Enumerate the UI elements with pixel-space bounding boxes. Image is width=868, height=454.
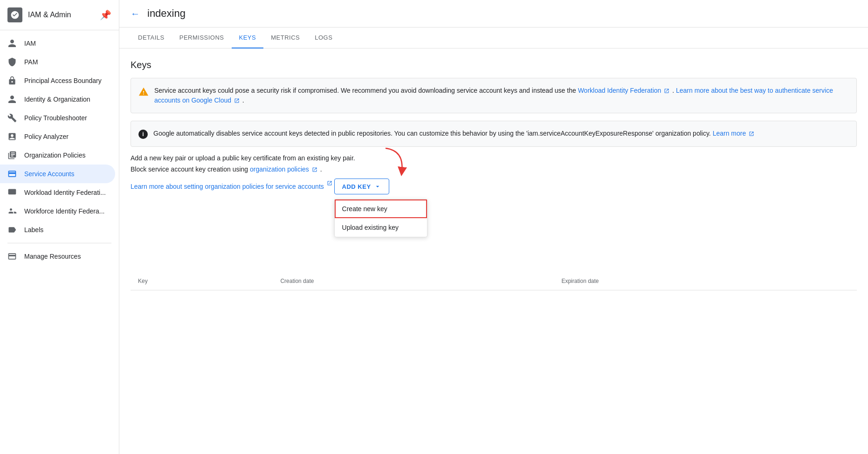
red-arrow-svg [376, 146, 413, 179]
info-icon: i [138, 130, 148, 139]
org-policies-icon [7, 151, 17, 160]
learn-more-link-info[interactable]: Learn more [713, 130, 746, 137]
block-text: Block service account key creation using… [131, 165, 857, 173]
external-link-icon3 [749, 131, 754, 137]
workforce-identity-icon [7, 206, 17, 216]
identity-org-icon [7, 95, 17, 104]
policy-troubleshooter-icon [7, 113, 17, 123]
dropdown-chevron-icon [374, 183, 381, 190]
sidebar-item-pam[interactable]: PAM [0, 53, 115, 71]
sidebar-item-labels[interactable]: Labels [0, 220, 115, 239]
back-button[interactable]: ← [131, 8, 140, 19]
add-key-container: ADD KEY Create new key Upload existing k… [334, 179, 389, 194]
tab-logs[interactable]: LOGS [307, 28, 340, 48]
warning-alert: Service account keys could pose a securi… [131, 78, 857, 113]
sidebar-item-identity-org-label: Identity & Organization [24, 96, 90, 103]
page-title: indexing [147, 7, 186, 20]
sidebar-item-workload-identity[interactable]: Workload Identity Federati... [0, 183, 115, 202]
col-key: Key [131, 272, 273, 290]
pam-icon [7, 57, 17, 67]
info-alert-text: Google automatically disables service ac… [153, 129, 755, 139]
keys-table-header: Key Creation date Expiration date [131, 272, 857, 290]
tab-details[interactable]: DETAILS [131, 28, 172, 48]
org-policies-link[interactable]: organization policies [250, 165, 309, 173]
app-title: IAM & Admin [28, 11, 94, 19]
top-bar: ← indexing [119, 0, 868, 28]
sidebar-nav: IAM PAM Principal Access Boundary Identi… [0, 30, 119, 269]
sidebar-item-manage-resources-label: Manage Resources [24, 253, 81, 260]
sidebar-item-pab-label: Principal Access Boundary [24, 77, 102, 84]
description-text: Add a new key pair or upload a public ke… [131, 154, 857, 162]
create-new-key-item[interactable]: Create new key [335, 199, 427, 218]
external-link-icon5 [327, 180, 332, 186]
sidebar-item-pab[interactable]: Principal Access Boundary [0, 71, 115, 90]
sidebar-item-service-accounts[interactable]: Service Accounts [0, 165, 115, 183]
workload-identity-icon [7, 188, 17, 197]
sidebar-item-pam-label: PAM [24, 58, 38, 66]
sidebar-item-iam[interactable]: IAM [0, 34, 115, 53]
sidebar-item-policy-troubleshooter-label: Policy Troubleshooter [24, 114, 87, 122]
labels-icon [7, 225, 17, 234]
sidebar-item-workforce-identity[interactable]: Workforce Identity Federa... [0, 202, 115, 220]
sidebar-item-policy-analyzer[interactable]: Policy Analyzer [0, 127, 115, 146]
sidebar-item-manage-resources[interactable]: Manage Resources [0, 247, 115, 266]
main-content: ← indexing DETAILS PERMISSIONS KEYS METR… [119, 0, 868, 454]
section-title: Keys [131, 60, 857, 70]
manage-resources-icon [7, 252, 17, 261]
col-expiration-date: Expiration date [554, 272, 857, 290]
sidebar-item-policy-troubleshooter[interactable]: Policy Troubleshooter [0, 109, 115, 127]
sidebar-item-iam-label: IAM [24, 40, 36, 47]
sidebar-item-org-policies-label: Organization Policies [24, 151, 86, 159]
sidebar: IAM & Admin 📌 IAM PAM Principal Access B… [0, 0, 119, 454]
content-area: Keys Service account keys could pose a s… [119, 48, 868, 454]
tab-keys[interactable]: KEYS [232, 28, 264, 48]
add-key-dropdown: Create new key Upload existing key [334, 199, 427, 237]
sidebar-item-service-accounts-label: Service Accounts [24, 170, 74, 178]
pab-icon [7, 76, 17, 85]
arrow-annotation [376, 146, 413, 180]
sidebar-item-workforce-identity-label: Workforce Identity Federa... [24, 207, 104, 215]
info-alert: i Google automatically disables service … [131, 121, 857, 147]
learn-more-org-policies-link[interactable]: Learn more about setting organization po… [131, 183, 324, 190]
sidebar-item-workload-identity-label: Workload Identity Federati... [24, 189, 106, 196]
svg-rect-0 [8, 189, 16, 195]
sidebar-item-policy-analyzer-label: Policy Analyzer [24, 133, 69, 140]
keys-table: Key Creation date Expiration date [131, 272, 857, 290]
pin-icon[interactable]: 📌 [100, 9, 111, 21]
warning-alert-text: Service account keys could pose a securi… [154, 86, 849, 105]
external-link-icon1 [664, 88, 669, 94]
sidebar-item-labels-label: Labels [24, 226, 43, 234]
sidebar-item-org-policies[interactable]: Organization Policies [0, 146, 115, 165]
sidebar-item-identity-org[interactable]: Identity & Organization [0, 90, 115, 109]
policy-analyzer-icon [7, 132, 17, 141]
warning-icon [138, 87, 149, 97]
col-creation-date: Creation date [273, 272, 554, 290]
iam-icon [7, 39, 17, 48]
tab-permissions[interactable]: PERMISSIONS [172, 28, 232, 48]
service-accounts-icon [7, 169, 17, 179]
app-logo [7, 7, 22, 22]
workload-identity-link[interactable]: Workload Identity Federation [578, 87, 661, 94]
tab-metrics[interactable]: METRICS [263, 28, 307, 48]
add-key-button[interactable]: ADD KEY [334, 179, 389, 194]
nav-divider [7, 243, 111, 243]
external-link-icon2 [234, 98, 240, 103]
upload-existing-key-item[interactable]: Upload existing key [335, 218, 427, 237]
tabs-bar: DETAILS PERMISSIONS KEYS METRICS LOGS [119, 28, 868, 48]
external-link-icon4 [312, 167, 317, 172]
sidebar-header: IAM & Admin 📌 [0, 0, 119, 30]
